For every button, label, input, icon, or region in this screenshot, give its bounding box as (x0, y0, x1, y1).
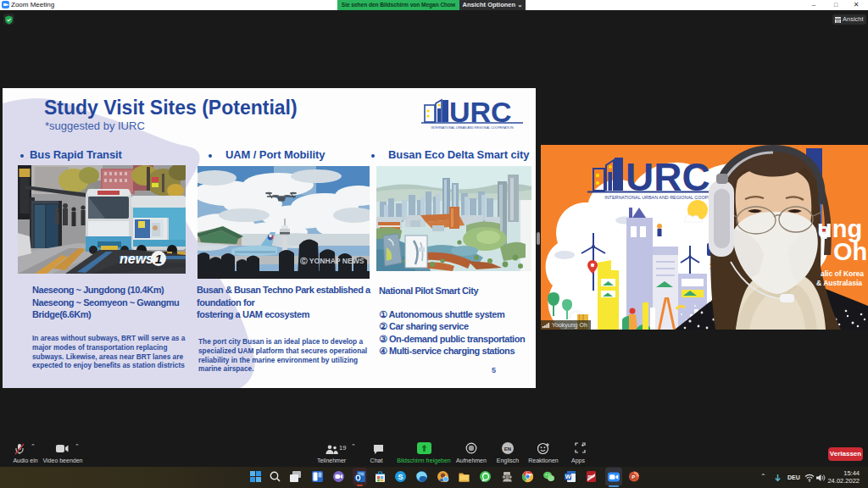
svg-text:1: 1 (155, 252, 162, 266)
svg-text:alic of Korea: alic of Korea (821, 269, 864, 278)
svg-text:INTERNATIONAL URBAN AND REGION: INTERNATIONAL URBAN AND REGIONAL COOPERA… (431, 126, 513, 130)
svg-text:P: P (632, 474, 635, 480)
svg-text:& Australasia: & Australasia (816, 279, 862, 287)
svg-text:news: news (120, 252, 153, 266)
svg-text:PDF: PDF (588, 474, 596, 479)
svg-text:Ⓒ YONHAP NEWS: Ⓒ YONHAP NEWS (300, 257, 364, 265)
svg-text:Oh: Oh (833, 238, 867, 265)
svg-text:W: W (565, 474, 571, 480)
svg-text:EN: EN (504, 446, 511, 452)
svg-text:S: S (398, 473, 403, 481)
